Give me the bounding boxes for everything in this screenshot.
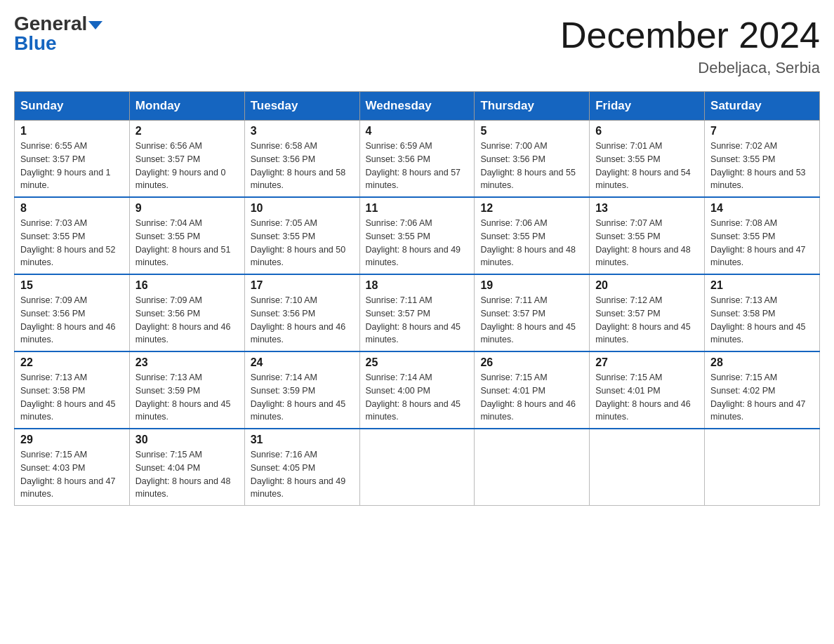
calendar-cell [475,429,590,506]
day-number: 12 [480,202,583,215]
day-number: 14 [710,202,814,215]
day-info: Sunrise: 7:12 AMSunset: 3:57 PMDaylight:… [595,294,699,347]
day-number: 15 [20,279,124,292]
day-number: 13 [595,202,699,215]
day-info: Sunrise: 7:15 AMSunset: 4:04 PMDaylight:… [135,448,239,501]
day-info: Sunrise: 7:14 AMSunset: 3:59 PMDaylight:… [251,371,354,424]
day-info: Sunrise: 7:02 AMSunset: 3:55 PMDaylight:… [710,140,814,192]
day-info: Sunrise: 7:09 AMSunset: 3:56 PMDaylight:… [20,294,124,347]
day-number: 7 [710,125,814,137]
month-title: December 2024 [560,14,820,56]
calendar-cell: 12Sunrise: 7:06 AMSunset: 3:55 PMDayligh… [475,197,590,274]
calendar-cell: 11Sunrise: 7:06 AMSunset: 3:55 PMDayligh… [359,197,475,274]
calendar-cell: 5Sunrise: 7:00 AMSunset: 3:56 PMDaylight… [475,121,590,198]
calendar-cell [705,429,820,506]
logo-text: General Blue [14,14,102,53]
day-number: 25 [366,356,469,369]
calendar-header-friday: Friday [590,92,705,121]
calendar-week-row: 22Sunrise: 7:13 AMSunset: 3:58 PMDayligh… [15,351,820,429]
day-number: 4 [366,125,469,137]
day-number: 26 [480,356,583,369]
location: Debeljaca, Serbia [560,59,820,77]
day-info: Sunrise: 6:56 AMSunset: 3:57 PMDaylight:… [135,140,239,192]
calendar-header-thursday: Thursday [475,92,590,121]
calendar-cell [359,429,475,506]
calendar-cell: 30Sunrise: 7:15 AMSunset: 4:04 PMDayligh… [129,429,244,506]
day-info: Sunrise: 7:08 AMSunset: 3:55 PMDaylight:… [710,217,814,269]
calendar-cell: 18Sunrise: 7:11 AMSunset: 3:57 PMDayligh… [359,274,475,351]
day-info: Sunrise: 7:03 AMSunset: 3:55 PMDaylight:… [20,217,124,269]
day-number: 3 [251,125,354,137]
day-number: 18 [366,279,469,292]
day-info: Sunrise: 7:00 AMSunset: 3:56 PMDaylight:… [480,140,583,192]
calendar-table: SundayMondayTuesdayWednesdayThursdayFrid… [14,91,820,506]
calendar-cell: 10Sunrise: 7:05 AMSunset: 3:55 PMDayligh… [244,197,359,274]
calendar-cell: 20Sunrise: 7:12 AMSunset: 3:57 PMDayligh… [590,274,705,351]
day-info: Sunrise: 6:58 AMSunset: 3:56 PMDaylight:… [251,140,354,192]
day-info: Sunrise: 7:05 AMSunset: 3:55 PMDaylight:… [251,217,354,269]
day-info: Sunrise: 7:15 AMSunset: 4:03 PMDaylight:… [20,448,124,501]
calendar-cell: 25Sunrise: 7:14 AMSunset: 4:00 PMDayligh… [359,351,475,429]
calendar-cell: 27Sunrise: 7:15 AMSunset: 4:01 PMDayligh… [590,351,705,429]
calendar-cell: 26Sunrise: 7:15 AMSunset: 4:01 PMDayligh… [475,351,590,429]
day-info: Sunrise: 7:15 AMSunset: 4:01 PMDaylight:… [480,371,583,424]
calendar-header-sunday: Sunday [15,92,130,121]
day-number: 2 [135,125,239,137]
day-info: Sunrise: 7:13 AMSunset: 3:58 PMDaylight:… [20,371,124,424]
calendar-header-wednesday: Wednesday [359,92,475,121]
calendar-cell: 1Sunrise: 6:55 AMSunset: 3:57 PMDaylight… [15,121,130,198]
calendar-cell: 9Sunrise: 7:04 AMSunset: 3:55 PMDaylight… [129,197,244,274]
day-info: Sunrise: 7:07 AMSunset: 3:55 PMDaylight:… [595,217,699,269]
day-info: Sunrise: 6:55 AMSunset: 3:57 PMDaylight:… [20,140,124,192]
calendar-cell: 2Sunrise: 6:56 AMSunset: 3:57 PMDaylight… [129,121,244,198]
day-info: Sunrise: 7:04 AMSunset: 3:55 PMDaylight:… [135,217,239,269]
day-info: Sunrise: 7:06 AMSunset: 3:55 PMDaylight:… [480,217,583,269]
calendar-cell: 23Sunrise: 7:13 AMSunset: 3:59 PMDayligh… [129,351,244,429]
day-number: 1 [20,125,124,137]
day-info: Sunrise: 7:06 AMSunset: 3:55 PMDaylight:… [366,217,469,269]
day-number: 10 [251,202,354,215]
day-number: 30 [135,434,239,446]
day-info: Sunrise: 7:09 AMSunset: 3:56 PMDaylight:… [135,294,239,347]
calendar-header-monday: Monday [129,92,244,121]
day-number: 27 [595,356,699,369]
calendar-cell: 31Sunrise: 7:16 AMSunset: 4:05 PMDayligh… [244,429,359,506]
day-info: Sunrise: 7:13 AMSunset: 3:59 PMDaylight:… [135,371,239,424]
day-info: Sunrise: 7:01 AMSunset: 3:55 PMDaylight:… [595,140,699,192]
calendar-cell: 19Sunrise: 7:11 AMSunset: 3:57 PMDayligh… [475,274,590,351]
day-number: 16 [135,279,239,292]
calendar-week-row: 8Sunrise: 7:03 AMSunset: 3:55 PMDaylight… [15,197,820,274]
day-number: 28 [710,356,814,369]
calendar-cell: 4Sunrise: 6:59 AMSunset: 3:56 PMDaylight… [359,121,475,198]
calendar-week-row: 29Sunrise: 7:15 AMSunset: 4:03 PMDayligh… [15,429,820,506]
calendar-cell: 13Sunrise: 7:07 AMSunset: 3:55 PMDayligh… [590,197,705,274]
calendar-header-tuesday: Tuesday [244,92,359,121]
calendar-cell [590,429,705,506]
calendar-week-row: 1Sunrise: 6:55 AMSunset: 3:57 PMDaylight… [15,121,820,198]
day-number: 17 [251,279,354,292]
calendar-cell: 28Sunrise: 7:15 AMSunset: 4:02 PMDayligh… [705,351,820,429]
day-info: Sunrise: 7:11 AMSunset: 3:57 PMDaylight:… [366,294,469,347]
logo-general: General [14,13,87,34]
page-header: General Blue December 2024 Debeljaca, Se… [14,14,820,77]
calendar-header-saturday: Saturday [705,92,820,121]
calendar-cell: 15Sunrise: 7:09 AMSunset: 3:56 PMDayligh… [15,274,130,351]
day-number: 8 [20,202,124,215]
calendar-cell: 16Sunrise: 7:09 AMSunset: 3:56 PMDayligh… [129,274,244,351]
day-number: 5 [480,125,583,137]
day-number: 9 [135,202,239,215]
calendar-cell: 22Sunrise: 7:13 AMSunset: 3:58 PMDayligh… [15,351,130,429]
calendar-cell: 6Sunrise: 7:01 AMSunset: 3:55 PMDaylight… [590,121,705,198]
day-info: Sunrise: 7:13 AMSunset: 3:58 PMDaylight:… [710,294,814,347]
day-info: Sunrise: 7:10 AMSunset: 3:56 PMDaylight:… [251,294,354,347]
day-number: 31 [251,434,354,446]
calendar-cell: 24Sunrise: 7:14 AMSunset: 3:59 PMDayligh… [244,351,359,429]
logo: General Blue [14,14,102,53]
day-number: 20 [595,279,699,292]
day-info: Sunrise: 7:14 AMSunset: 4:00 PMDaylight:… [366,371,469,424]
logo-triangle-icon [88,21,102,29]
day-info: Sunrise: 6:59 AMSunset: 3:56 PMDaylight:… [366,140,469,192]
calendar-cell: 17Sunrise: 7:10 AMSunset: 3:56 PMDayligh… [244,274,359,351]
day-number: 19 [480,279,583,292]
day-number: 6 [595,125,699,137]
